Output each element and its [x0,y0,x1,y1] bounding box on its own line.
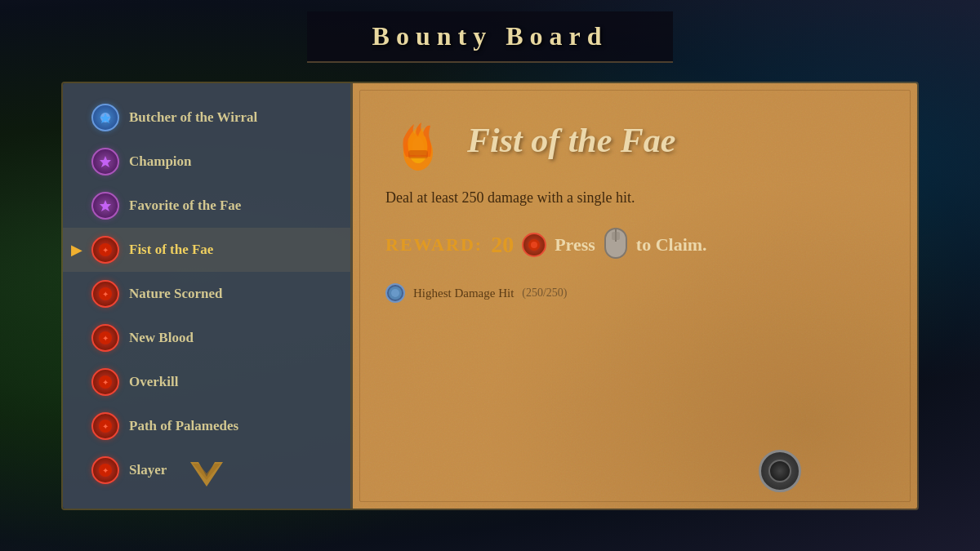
quest-name-newblood: New Blood [129,330,194,346]
quest-detail-panel: Fist of the Fae Deal at least 250 damage… [353,83,917,509]
down-arrow-icon [186,451,227,492]
main-container: Butcher of the Wirral Champion Favorite … [61,82,919,510]
quest-icon-overkill: ✦ [91,368,119,396]
quest-name-path: Path of Palamedes [129,418,238,434]
quest-icon-newblood: ✦ [91,324,119,352]
claim-button-inner [768,460,791,482]
quest-icon-nature: ✦ [91,280,119,308]
quest-icon-fist: ✦ [91,236,119,264]
quest-icon-butcher [91,104,119,131]
quest-item-butcher[interactable]: Butcher of the Wirral [63,96,350,140]
quest-name-overkill: Overkill [129,374,178,390]
svg-rect-19 [408,150,428,158]
claim-label: to Claim. [636,234,707,256]
title-background: Bounty Board [307,11,674,63]
quest-name-slayer: Slayer [129,462,167,478]
quest-name-champion: Champion [129,153,192,170]
reward-line: REWARD: 20 Press to Claim. [385,227,884,263]
detail-header: Fist of the Fae [385,108,884,173]
svg-point-21 [531,242,537,248]
press-label: Press [555,234,595,256]
progress-label: Highest Damage Hit [413,287,514,300]
svg-text:✦: ✦ [102,246,109,255]
quest-item-favorite[interactable]: Favorite of the Fae [63,184,350,228]
quest-name-fist: Fist of the Fae [129,242,213,258]
quest-icon-favorite [91,192,119,220]
quest-item-path[interactable]: ✦ Path of Palamedes [63,404,350,448]
svg-rect-24 [612,232,620,240]
progress-section: Highest Damage Hit (250/250) [385,283,884,303]
title-bar: Bounty Board [0,0,980,73]
quest-item-newblood[interactable]: ✦ New Blood [63,316,350,360]
quest-icon-champion [91,148,119,176]
reward-label: REWARD: [385,234,483,256]
mouse-icon [604,227,628,263]
svg-text:✦: ✦ [102,422,109,431]
quest-icon-slayer: ✦ [91,456,119,484]
reward-currency-icon [522,233,546,257]
detail-description: Deal at least 250 damage with a single h… [385,189,884,207]
svg-text:✦: ✦ [102,378,109,387]
quest-item-fist[interactable]: ✦ Fist of the Fae [63,228,350,272]
page-title: Bounty Board [372,21,608,51]
quest-list-panel: Butcher of the Wirral Champion Favorite … [63,83,353,509]
progress-value: (250/250) [522,287,567,300]
claim-button[interactable] [759,450,801,492]
quest-detail-icon [385,108,451,173]
svg-text:✦: ✦ [102,334,109,343]
quest-item-champion[interactable]: Champion [63,140,350,184]
svg-text:✦: ✦ [102,290,109,299]
reward-amount: 20 [491,232,514,258]
svg-text:✦: ✦ [102,466,109,475]
quest-item-nature[interactable]: ✦ Nature Scorned [63,272,350,316]
detail-title: Fist of the Fae [467,122,676,159]
quest-icon-path: ✦ [91,412,119,440]
progress-icon [385,283,405,303]
quest-name-butcher: Butcher of the Wirral [129,109,257,126]
svg-point-26 [391,289,399,297]
bottom-emblem [186,451,227,492]
quest-name-nature: Nature Scorned [129,286,222,302]
quest-item-overkill[interactable]: ✦ Overkill [63,360,350,404]
quest-name-favorite: Favorite of the Fae [129,198,241,214]
